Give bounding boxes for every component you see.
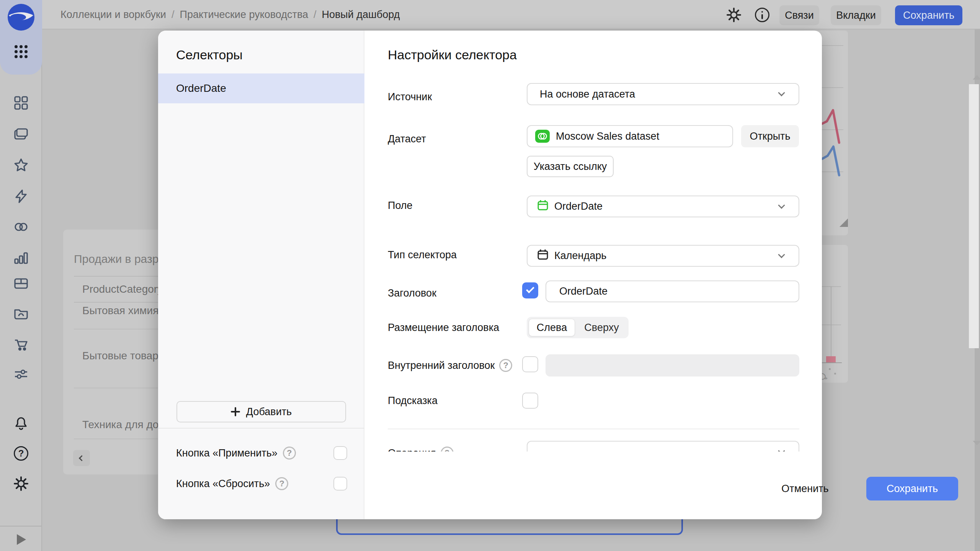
panel-scroll-up-arrow[interactable] — [973, 75, 980, 80]
reset-button-row: Кнопка «Сбросить» ? — [176, 475, 352, 492]
table-row: Бытовые товары — [82, 350, 166, 362]
selector-type-label-text: Тип селектора — [388, 249, 457, 261]
hint-checkbox[interactable] — [522, 393, 538, 409]
open-dataset-label: Открыть — [750, 130, 790, 142]
apply-button-row: Кнопка «Применить» ? — [176, 445, 352, 461]
segment-top[interactable]: Сверху — [577, 319, 627, 336]
sidebar-item-storage[interactable] — [14, 306, 28, 321]
sidebar-item-widgets[interactable] — [14, 96, 28, 110]
heading-position-segmented: Слева Сверху — [527, 317, 629, 338]
check-icon — [526, 285, 534, 293]
resize-handle-icon[interactable] — [840, 218, 848, 227]
help-icon[interactable]: ? — [499, 359, 512, 372]
operation-select[interactable] — [527, 441, 799, 452]
settings-panel: Настройки селектора Источник На основе д… — [364, 31, 822, 519]
heading-input[interactable]: OrderDate — [546, 280, 799, 302]
datalens-logo[interactable] — [7, 3, 35, 31]
heading-input-value: OrderDate — [559, 285, 608, 297]
heading-label: Заголовок — [388, 285, 436, 301]
sidebar-item-marketplace[interactable] — [14, 337, 28, 352]
breadcrumb-separator: / — [314, 9, 317, 21]
apply-button-checkbox[interactable] — [333, 446, 347, 460]
sidebar-divider — [0, 526, 41, 527]
line-series-fragment — [822, 73, 848, 184]
breadcrumb-item[interactable]: Коллекции и воркбуки — [60, 9, 166, 21]
screen: Коллекции и воркбуки / Практические руко… — [0, 0, 980, 551]
add-selector-button[interactable]: Добавить — [176, 401, 346, 422]
breadcrumb-item[interactable]: Практические руководства — [180, 9, 308, 21]
source-select[interactable]: На основе датасета — [527, 83, 799, 105]
save-selector-label: Сохранить — [887, 483, 938, 495]
sidebar-item-help[interactable]: ? — [14, 446, 28, 461]
table-column-header: ProductCategory — [82, 283, 163, 295]
table-pager-button[interactable] — [73, 450, 90, 466]
cancel-button-label: Отменить — [781, 483, 828, 495]
sidebar-expand-icon[interactable] — [17, 534, 26, 545]
open-dataset-button[interactable]: Открыть — [741, 125, 799, 147]
panel-scrollbar-thumb[interactable] — [969, 84, 979, 348]
operation-label-text: Операция — [388, 447, 436, 452]
chevron-down-icon — [778, 447, 785, 452]
reset-button-checkbox[interactable] — [333, 477, 347, 491]
links-button[interactable]: Связи — [779, 5, 819, 25]
selector-settings-modal: Селекторы OrderDate Добавить Кнопка «При… — [158, 31, 822, 519]
dataset-icon — [535, 130, 550, 143]
source-label: Источник — [388, 89, 432, 104]
segment-left[interactable]: Слева — [529, 319, 575, 336]
sidebar-item-dashboards[interactable] — [14, 276, 28, 291]
sidebar-item-collections[interactable] — [14, 127, 28, 141]
cancel-button[interactable]: Отменить — [778, 480, 832, 497]
dataset-select[interactable]: Moscow Sales dataset — [527, 125, 733, 147]
settings-panel-title: Настройки селектора — [388, 47, 517, 62]
heading-position-label: Размещение заголовка — [388, 320, 499, 335]
apply-button-label: Кнопка «Применить» — [176, 447, 278, 459]
chevron-down-icon — [778, 89, 785, 96]
reset-button-label: Кнопка «Сбросить» — [176, 478, 270, 490]
heading-position-label-text: Размещение заголовка — [388, 322, 499, 334]
selector-type-select[interactable]: Календарь — [527, 245, 799, 267]
selector-list-item[interactable]: OrderDate — [158, 73, 364, 103]
inner-heading-input-disabled[interactable] — [546, 354, 799, 377]
sidebar-item-charts[interactable] — [14, 251, 28, 266]
segment-left-label: Слева — [537, 322, 567, 334]
hint-label-text: Подсказка — [388, 395, 438, 407]
calendar-icon-green — [537, 199, 549, 214]
save-dashboard-button[interactable]: Сохранить — [895, 5, 962, 25]
add-selector-label: Добавить — [246, 406, 292, 418]
breadcrumb: Коллекции и воркбуки / Практические руко… — [60, 0, 400, 29]
hint-label: Подсказка — [388, 393, 438, 408]
help-icon[interactable]: ? — [283, 447, 296, 460]
heading-checkbox[interactable] — [522, 282, 538, 298]
panel-scroll-down-arrow[interactable] — [973, 441, 980, 445]
save-selector-button[interactable]: Сохранить — [866, 477, 958, 500]
operation-label: Операция ? — [388, 445, 454, 452]
chevron-down-icon — [778, 251, 785, 258]
sidebar-item-notifications[interactable] — [14, 416, 28, 431]
question-mark-glyph: ? — [444, 448, 449, 452]
question-mark-glyph: ? — [18, 448, 24, 459]
inner-heading-checkbox[interactable] — [522, 356, 538, 372]
sidebar-item-settings[interactable] — [14, 476, 28, 491]
field-label: Поле — [388, 198, 413, 213]
selectors-panel: Селекторы OrderDate Добавить Кнопка «При… — [158, 31, 364, 519]
help-icon[interactable]: ? — [275, 477, 288, 490]
apps-grid-icon[interactable] — [14, 44, 28, 59]
sidebar-item-quick-actions[interactable] — [14, 189, 28, 204]
settings-gear-icon[interactable] — [727, 8, 741, 22]
sidebar-item-favorites[interactable] — [14, 158, 28, 173]
field-select-value: OrderDate — [554, 201, 603, 212]
breadcrumb-item-current: Новый дашборд — [322, 9, 400, 21]
selector-list-item-label: OrderDate — [176, 82, 226, 95]
inner-heading-label: Внутренний заголовок ? — [388, 358, 512, 373]
info-icon[interactable] — [755, 8, 769, 22]
dataset-label: Датасет — [388, 131, 426, 147]
sidebar-item-connections[interactable] — [14, 220, 28, 234]
dataset-select-value: Moscow Sales dataset — [556, 130, 659, 142]
tabs-button[interactable]: Вкладки — [831, 5, 881, 25]
sidebar-item-services[interactable] — [14, 367, 28, 381]
question-mark-glyph: ? — [503, 360, 508, 370]
help-icon[interactable]: ? — [441, 447, 454, 452]
field-select[interactable]: OrderDate — [527, 196, 799, 217]
specify-link-button[interactable]: Указать ссылку — [527, 156, 614, 177]
table-row: Техника для дом — [82, 419, 166, 431]
